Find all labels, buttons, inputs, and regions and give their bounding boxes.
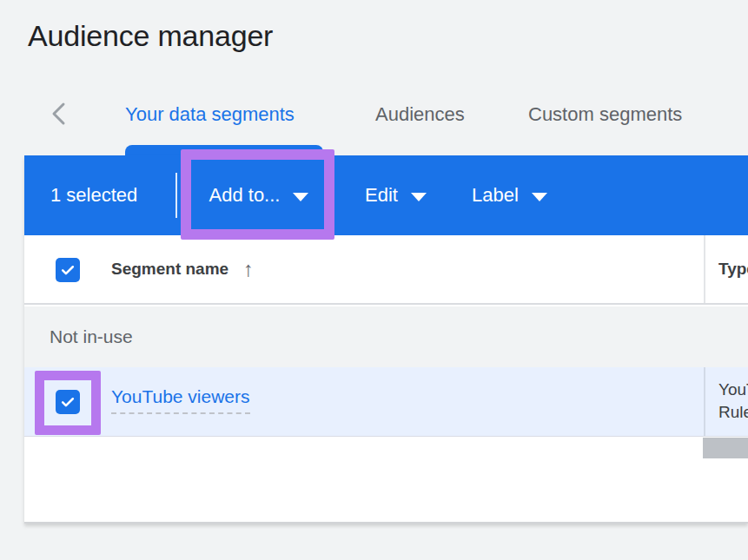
group-row-not-in-use: Not in-use: [24, 306, 748, 367]
selection-action-bar: 1 selected Add to... Edit Label: [24, 155, 748, 235]
tab-audiences[interactable]: Audiences: [375, 103, 465, 126]
selection-count: 1 selected: [50, 155, 137, 235]
column-header-type[interactable]: Type: [718, 235, 748, 303]
back-chevron-icon[interactable]: [49, 101, 71, 127]
label-button[interactable]: Label: [472, 155, 547, 235]
dropdown-caret-icon: [532, 193, 547, 201]
dropdown-caret-icon: [293, 193, 308, 201]
segment-type-cell: YouTube users Rule-based: [718, 379, 748, 424]
select-all-checkbox[interactable]: [56, 258, 80, 282]
add-to-button-label: Add to...: [209, 184, 281, 207]
segment-name-link[interactable]: YouTube viewers: [111, 386, 250, 414]
table-row[interactable]: YouTube viewers YouTube users Rule-based: [24, 367, 748, 437]
segments-table-card: 1 selected Add to... Edit Label Segment …: [24, 155, 748, 524]
sort-ascending-icon: ↑: [243, 235, 254, 303]
edit-button[interactable]: Edit: [365, 155, 427, 235]
add-to-button[interactable]: Add to...: [182, 155, 335, 235]
horizontal-scrollbar-thumb[interactable]: [703, 438, 748, 458]
segment-type-line1: YouTube users: [718, 379, 748, 401]
edit-button-label: Edit: [365, 184, 398, 207]
label-button-label: Label: [472, 184, 519, 207]
page-title: Audience manager: [28, 19, 273, 53]
column-divider: [704, 235, 705, 303]
row-checkbox[interactable]: [56, 390, 80, 414]
action-bar-divider: [175, 173, 177, 218]
dropdown-caret-icon: [411, 193, 427, 201]
segment-type-line2: Rule-based: [718, 401, 748, 424]
column-divider: [704, 367, 705, 436]
audience-manager-screen: Audience manager Your data segments Audi…: [0, 0, 748, 560]
tab-your-data-segments[interactable]: Your data segments: [125, 103, 295, 126]
group-label: Not in-use: [50, 306, 133, 367]
column-header-segment-name[interactable]: Segment name: [111, 235, 228, 303]
tab-custom-segments[interactable]: Custom segments: [528, 103, 682, 126]
table-header-row: Segment name ↑ Type: [24, 235, 748, 305]
